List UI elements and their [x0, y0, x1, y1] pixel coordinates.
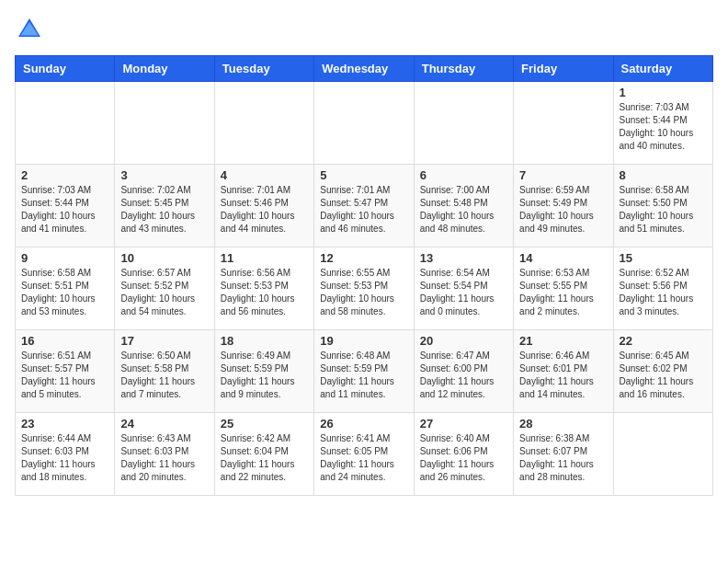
- day-number: 14: [519, 251, 607, 265]
- day-number: 13: [420, 251, 507, 265]
- day-info: Sunrise: 6:52 AM Sunset: 5:56 PM Dayligh…: [620, 267, 707, 318]
- calendar-cell: [414, 82, 513, 165]
- day-number: 27: [420, 417, 507, 431]
- day-number: 21: [519, 334, 607, 348]
- day-number: 10: [120, 251, 208, 265]
- week-row-0: 1Sunrise: 7:03 AM Sunset: 5:44 PM Daylig…: [16, 82, 713, 165]
- day-number: 18: [221, 334, 308, 348]
- day-number: 4: [221, 168, 308, 182]
- calendar-cell: 7Sunrise: 6:59 AM Sunset: 5:49 PM Daylig…: [514, 165, 613, 247]
- day-info: Sunrise: 6:57 AM Sunset: 5:52 PM Dayligh…: [120, 267, 208, 318]
- day-info: Sunrise: 6:40 AM Sunset: 6:06 PM Dayligh…: [420, 432, 507, 484]
- day-info: Sunrise: 7:01 AM Sunset: 5:46 PM Dayligh…: [221, 184, 308, 236]
- day-info: Sunrise: 7:03 AM Sunset: 5:44 PM Dayligh…: [21, 184, 108, 236]
- day-info: Sunrise: 6:53 AM Sunset: 5:55 PM Dayligh…: [519, 267, 607, 318]
- day-info: Sunrise: 7:00 AM Sunset: 5:48 PM Dayligh…: [420, 184, 507, 236]
- day-number: 3: [120, 168, 208, 182]
- calendar-cell: 9Sunrise: 6:58 AM Sunset: 5:51 PM Daylig…: [16, 247, 115, 330]
- page-header: [15, 15, 713, 44]
- day-info: Sunrise: 6:43 AM Sunset: 6:03 PM Dayligh…: [120, 432, 208, 484]
- day-info: Sunrise: 6:54 AM Sunset: 5:54 PM Dayligh…: [420, 267, 507, 318]
- day-info: Sunrise: 6:58 AM Sunset: 5:50 PM Dayligh…: [620, 184, 707, 236]
- day-number: 16: [21, 334, 108, 348]
- day-info: Sunrise: 6:48 AM Sunset: 5:59 PM Dayligh…: [320, 350, 407, 401]
- day-info: Sunrise: 6:58 AM Sunset: 5:51 PM Dayligh…: [21, 267, 108, 318]
- day-info: Sunrise: 6:49 AM Sunset: 5:59 PM Dayligh…: [221, 350, 308, 401]
- calendar-cell: [514, 82, 613, 165]
- day-info: Sunrise: 6:45 AM Sunset: 6:02 PM Dayligh…: [620, 350, 707, 401]
- calendar-cell: 13Sunrise: 6:54 AM Sunset: 5:54 PM Dayli…: [414, 247, 513, 330]
- calendar-cell: 26Sunrise: 6:41 AM Sunset: 6:05 PM Dayli…: [314, 413, 414, 496]
- day-number: 17: [120, 334, 208, 348]
- day-info: Sunrise: 6:51 AM Sunset: 5:57 PM Dayligh…: [21, 350, 108, 401]
- calendar-cell: [115, 82, 214, 165]
- day-info: Sunrise: 6:50 AM Sunset: 5:58 PM Dayligh…: [120, 350, 208, 401]
- weekday-sunday: Sunday: [16, 56, 115, 82]
- calendar-cell: 6Sunrise: 7:00 AM Sunset: 5:48 PM Daylig…: [414, 165, 513, 247]
- day-number: 7: [519, 168, 607, 182]
- calendar-cell: 27Sunrise: 6:40 AM Sunset: 6:06 PM Dayli…: [414, 413, 513, 496]
- day-info: Sunrise: 6:59 AM Sunset: 5:49 PM Dayligh…: [519, 184, 607, 236]
- weekday-header-row: SundayMondayTuesdayWednesdayThursdayFrid…: [16, 56, 713, 82]
- logo-icon: [15, 15, 44, 44]
- week-row-2: 9Sunrise: 6:58 AM Sunset: 5:51 PM Daylig…: [16, 247, 713, 330]
- calendar-cell: 19Sunrise: 6:48 AM Sunset: 5:59 PM Dayli…: [314, 330, 414, 413]
- weekday-tuesday: Tuesday: [214, 56, 313, 82]
- day-number: 24: [120, 417, 208, 431]
- day-number: 8: [620, 168, 707, 182]
- calendar-body: 1Sunrise: 7:03 AM Sunset: 5:44 PM Daylig…: [16, 82, 713, 496]
- day-info: Sunrise: 6:55 AM Sunset: 5:53 PM Dayligh…: [320, 267, 407, 318]
- day-info: Sunrise: 6:47 AM Sunset: 6:00 PM Dayligh…: [420, 350, 507, 401]
- day-number: 23: [21, 417, 108, 431]
- calendar-cell: [16, 82, 115, 165]
- day-info: Sunrise: 6:41 AM Sunset: 6:05 PM Dayligh…: [320, 432, 407, 484]
- calendar-cell: 22Sunrise: 6:45 AM Sunset: 6:02 PM Dayli…: [613, 330, 712, 413]
- calendar-cell: 17Sunrise: 6:50 AM Sunset: 5:58 PM Dayli…: [115, 330, 214, 413]
- day-number: 22: [620, 334, 707, 348]
- day-number: 19: [320, 334, 407, 348]
- day-info: Sunrise: 6:46 AM Sunset: 6:01 PM Dayligh…: [519, 350, 607, 401]
- day-number: 15: [620, 251, 707, 265]
- calendar-cell: 21Sunrise: 6:46 AM Sunset: 6:01 PM Dayli…: [514, 330, 613, 413]
- weekday-thursday: Thursday: [414, 56, 513, 82]
- day-info: Sunrise: 6:42 AM Sunset: 6:04 PM Dayligh…: [221, 432, 308, 484]
- calendar-cell: 10Sunrise: 6:57 AM Sunset: 5:52 PM Dayli…: [115, 247, 214, 330]
- calendar-cell: 15Sunrise: 6:52 AM Sunset: 5:56 PM Dayli…: [613, 247, 712, 330]
- calendar-cell: 20Sunrise: 6:47 AM Sunset: 6:00 PM Dayli…: [414, 330, 513, 413]
- day-number: 25: [221, 417, 308, 431]
- weekday-wednesday: Wednesday: [314, 56, 414, 82]
- day-number: 1: [620, 86, 707, 99]
- calendar-cell: 23Sunrise: 6:44 AM Sunset: 6:03 PM Dayli…: [16, 413, 115, 496]
- day-number: 9: [21, 251, 108, 265]
- calendar-cell: [214, 82, 313, 165]
- day-info: Sunrise: 7:02 AM Sunset: 5:45 PM Dayligh…: [120, 184, 208, 236]
- weekday-saturday: Saturday: [613, 56, 712, 82]
- calendar-cell: 18Sunrise: 6:49 AM Sunset: 5:59 PM Dayli…: [214, 330, 313, 413]
- calendar-table: SundayMondayTuesdayWednesdayThursdayFrid…: [15, 55, 713, 496]
- calendar-cell: [314, 82, 414, 165]
- calendar-cell: 8Sunrise: 6:58 AM Sunset: 5:50 PM Daylig…: [613, 165, 712, 247]
- day-number: 12: [320, 251, 407, 265]
- day-number: 28: [519, 417, 607, 431]
- day-number: 11: [221, 251, 308, 265]
- week-row-4: 23Sunrise: 6:44 AM Sunset: 6:03 PM Dayli…: [16, 413, 713, 496]
- calendar-cell: 25Sunrise: 6:42 AM Sunset: 6:04 PM Dayli…: [214, 413, 313, 496]
- day-info: Sunrise: 7:01 AM Sunset: 5:47 PM Dayligh…: [320, 184, 407, 236]
- calendar-cell: 28Sunrise: 6:38 AM Sunset: 6:07 PM Dayli…: [514, 413, 613, 496]
- weekday-friday: Friday: [514, 56, 613, 82]
- calendar-cell: 4Sunrise: 7:01 AM Sunset: 5:46 PM Daylig…: [214, 165, 313, 247]
- calendar-cell: 12Sunrise: 6:55 AM Sunset: 5:53 PM Dayli…: [314, 247, 414, 330]
- day-number: 6: [420, 168, 507, 182]
- day-info: Sunrise: 6:56 AM Sunset: 5:53 PM Dayligh…: [221, 267, 308, 318]
- calendar-cell: 11Sunrise: 6:56 AM Sunset: 5:53 PM Dayli…: [214, 247, 313, 330]
- weekday-monday: Monday: [115, 56, 214, 82]
- day-number: 2: [21, 168, 108, 182]
- calendar-cell: 16Sunrise: 6:51 AM Sunset: 5:57 PM Dayli…: [16, 330, 115, 413]
- calendar-cell: 1Sunrise: 7:03 AM Sunset: 5:44 PM Daylig…: [613, 82, 712, 165]
- day-number: 26: [320, 417, 407, 431]
- day-number: 20: [420, 334, 507, 348]
- day-info: Sunrise: 6:44 AM Sunset: 6:03 PM Dayligh…: [21, 432, 108, 484]
- calendar-cell: 5Sunrise: 7:01 AM Sunset: 5:47 PM Daylig…: [314, 165, 414, 247]
- day-info: Sunrise: 6:38 AM Sunset: 6:07 PM Dayligh…: [519, 432, 607, 484]
- week-row-3: 16Sunrise: 6:51 AM Sunset: 5:57 PM Dayli…: [16, 330, 713, 413]
